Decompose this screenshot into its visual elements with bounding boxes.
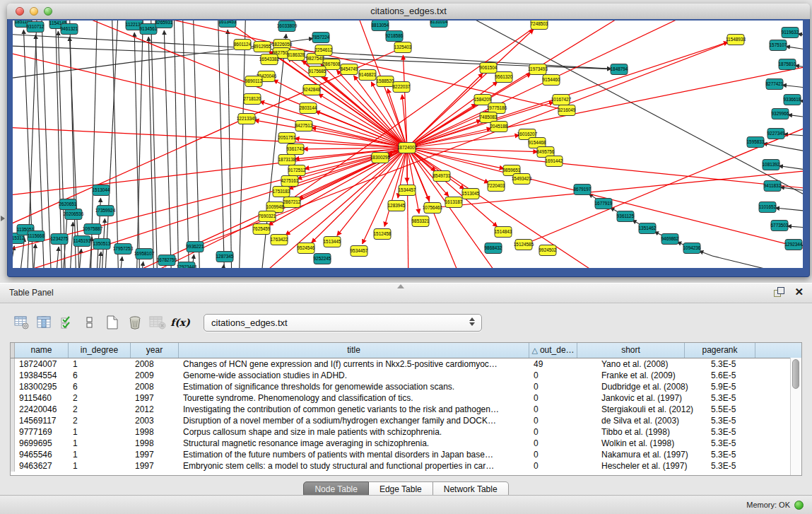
table-cell[interactable]: Investigating the contribution of common…	[179, 404, 529, 415]
table-cell[interactable]: Disruption of a novel member of a sodium…	[179, 415, 529, 426]
table-cell[interactable]: 2	[69, 404, 131, 415]
network-node[interactable]: 9227349	[767, 129, 785, 139]
table-cell[interactable]: Hescheler et al. (1997)	[577, 460, 685, 472]
delete-table-button[interactable]	[147, 312, 168, 333]
network-node[interactable]: 8427512	[295, 121, 313, 132]
network-node[interactable]: 8222037	[393, 82, 411, 93]
table-row[interactable]: 1830029562008Estimation of significance …	[11, 381, 801, 392]
network-node[interactable]: 18300295	[370, 153, 391, 163]
network-node[interactable]: 10975887	[83, 224, 103, 235]
network-node[interactable]: 9924502	[539, 245, 557, 256]
table-selector-dropdown[interactable]: citations_edges.txt	[204, 314, 482, 332]
network-node[interactable]: 9890112	[245, 76, 263, 87]
network-node[interactable]: 1595833	[747, 137, 765, 148]
network-node[interactable]: 1234275	[51, 234, 69, 245]
create-table-button[interactable]	[102, 312, 123, 333]
network-node[interactable]: 9561320	[495, 72, 513, 83]
citation-edge-black[interactable]	[699, 251, 712, 256]
network-node[interactable]: 9175685	[309, 66, 326, 77]
column-header-pagerank[interactable]: pagerank	[685, 343, 755, 358]
table-cell[interactable]: Nakamura et al. (1997)	[577, 449, 685, 460]
table-cell[interactable]: 19384554	[15, 370, 69, 381]
zoom-window-button[interactable]	[44, 7, 52, 16]
table-cell[interactable]: Changes of HCN gene expression and I(f) …	[179, 358, 529, 370]
network-node[interactable]: 8186328	[288, 50, 305, 61]
citation-edge-black[interactable]	[105, 21, 119, 268]
network-node[interactable]: 1101652	[759, 202, 777, 213]
table-cell[interactable]: 0	[529, 381, 577, 392]
table-cell[interactable]: 0	[529, 392, 577, 404]
network-node[interactable]: 9336618	[784, 95, 801, 105]
citation-edge-red[interactable]	[407, 74, 531, 148]
citation-edge-black[interactable]	[58, 31, 66, 268]
citation-edge-black[interactable]	[13, 246, 14, 268]
citation-edge-black[interactable]	[763, 144, 803, 155]
network-node[interactable]: 9134561	[140, 24, 158, 35]
network-node[interactable]: 9242848	[303, 85, 321, 95]
memory-status[interactable]: Memory: OK	[746, 496, 804, 514]
network-node[interactable]: 16782759	[157, 255, 177, 266]
table-cell[interactable]: 22420046	[15, 404, 69, 415]
table-cell[interactable]: 1998	[131, 426, 179, 438]
table-cell[interactable]: 0	[529, 438, 577, 449]
table-cell[interactable]: 1	[69, 438, 131, 449]
network-node[interactable]: 8601124	[234, 40, 252, 50]
network-node[interactable]: 17359924	[95, 206, 116, 216]
citation-edge-black[interactable]	[136, 21, 143, 268]
network-node[interactable]: 1513044	[93, 185, 110, 196]
table-cell[interactable]: 2008	[131, 381, 179, 392]
table-cell[interactable]: 18300295	[15, 381, 69, 392]
network-node[interactable]: 9534457	[351, 246, 368, 257]
citation-edge-black[interactable]	[148, 37, 154, 268]
network-node[interactable]: 2620651	[59, 199, 77, 210]
network-node[interactable]: 9461321	[61, 24, 78, 35]
citation-edge-black[interactable]	[193, 21, 200, 268]
table-cell[interactable]: 6	[69, 370, 131, 381]
row-selection-mode-button[interactable]	[57, 312, 78, 333]
network-node[interactable]: 8265931	[155, 21, 173, 28]
vertical-scrollbar[interactable]	[790, 358, 801, 475]
network-node[interactable]: 2045188	[490, 122, 508, 132]
collapsed-panel-arrow[interactable]	[1, 216, 5, 221]
citation-edge-black[interactable]	[112, 21, 119, 268]
network-node[interactable]: 9868432	[485, 243, 502, 254]
table-cell[interactable]: 0	[529, 460, 577, 472]
table-row[interactable]: 946362711997Embryonic stem cells: a mode…	[11, 460, 801, 472]
table-cell[interactable]: Wolkin et al. (1998)	[577, 438, 685, 449]
citation-edge-black[interactable]	[174, 21, 179, 268]
table-cell[interactable]: Stergiakouli et al. (2012)	[577, 404, 685, 415]
citation-edge-black[interactable]	[782, 85, 803, 90]
citation-edge-red[interactable]	[407, 148, 803, 190]
citation-edge-red[interactable]	[407, 148, 419, 214]
network-node[interactable]: 8813054	[372, 21, 389, 31]
table-cell[interactable]: 1998	[131, 438, 179, 449]
column-visibility-button[interactable]	[34, 312, 55, 333]
column-header-out-degree[interactable]: △out_de…	[529, 343, 577, 358]
split-pane-resize-handle[interactable]	[397, 284, 404, 288]
table-cell[interactable]: 1	[69, 358, 131, 370]
network-node[interactable]: 6773503	[771, 221, 789, 231]
table-cell[interactable]: 9465546	[15, 449, 69, 460]
network-node[interactable]: 9936221	[187, 242, 204, 252]
citation-edge-black[interactable]	[239, 21, 246, 268]
table-cell[interactable]: 2	[69, 415, 131, 426]
network-node[interactable]: 10756461	[423, 203, 443, 214]
table-cell[interactable]: 5.3E-5	[685, 392, 755, 404]
table-cell[interactable]: 1997	[131, 449, 179, 460]
table-settings-button[interactable]	[11, 312, 33, 333]
network-node[interactable]: 1588520	[377, 76, 394, 87]
table-cell[interactable]: 9777169	[15, 426, 69, 438]
column-header-year[interactable]: year	[131, 343, 179, 358]
network-node[interactable]: 1325403	[394, 42, 412, 53]
scrollbar-thumb[interactable]	[792, 359, 799, 389]
network-node[interactable]: 9361125	[617, 211, 635, 222]
table-cell[interactable]: 1	[69, 426, 131, 438]
network-node[interactable]: 8277421	[766, 79, 784, 90]
show-rows-button[interactable]	[79, 312, 100, 333]
column-header-in-degree[interactable]: in_degree	[69, 343, 131, 358]
network-node[interactable]: 16958107	[134, 249, 155, 259]
network-node[interactable]: 1613453	[219, 21, 237, 28]
network-node[interactable]: 1691442	[546, 156, 563, 167]
network-node[interactable]: 7857224	[312, 33, 330, 43]
network-node[interactable]: 9524546	[298, 243, 315, 254]
